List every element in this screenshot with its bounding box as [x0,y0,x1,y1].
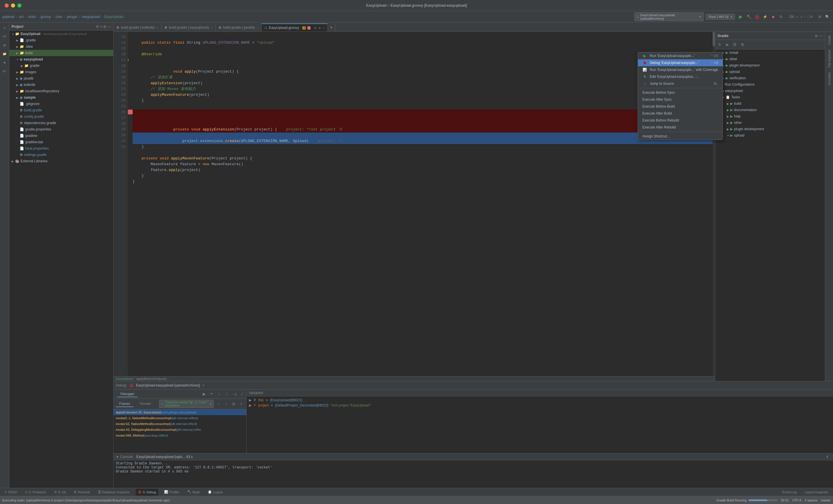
frame-item-3[interactable]: invoke:43, DelegatingMethodAccessorImpl … [114,427,246,433]
tab-nav-down[interactable]: ∨ [318,26,321,30]
tree-easyupload-module[interactable]: ▾ ◉ easyupload [9,56,113,63]
frame-item-0[interactable]: applyExtension:25, EasyUpload (com.pengx… [114,409,246,415]
gradle-other-folder-2[interactable]: ▶ ▶ other [715,119,825,126]
sync-button[interactable]: ↻ [778,13,785,20]
context-exec-after-build[interactable]: Execute After Build [638,110,723,117]
gradle-easyupload-module[interactable]: ▾ ◉ easyupload [715,88,825,94]
project-close-icon[interactable]: — [108,25,111,29]
breadcrumb-easyupload[interactable]: easyupload [82,15,100,19]
context-edit-item[interactable]: ✎ Edit 'EasyUpload:easyuploa...'... [638,73,723,80]
tab-easyupload-groovy[interactable]: G EasyUpload.groovy 3 1 ∧ ∨ × [262,23,328,31]
debug-evaluate-btn[interactable]: 𝑓 [238,390,245,398]
breadcrumb-pengxr[interactable]: pengxr [67,15,77,19]
debug-tab-console2[interactable] [140,391,147,397]
settings-button[interactable]: ⚙ [816,13,823,20]
tree-external-libraries[interactable]: ▶ 📚 External Libraries [9,158,113,164]
minimize-button[interactable] [11,3,15,7]
code-editor[interactable]: 13 14 15 16 17 18 19 20 21 22 23 24 25 2… [114,32,715,376]
gradle-install-item[interactable]: ▶ ▶ install [715,49,825,56]
breadcrumb-groovy[interactable]: groovy [41,15,51,19]
stop-button[interactable]: ■ [770,13,777,20]
bottom-tab-debug[interactable]: 🐞 5: Debug [136,489,158,496]
build-variants-icon[interactable]: BV [1,67,9,75]
close-button[interactable] [5,3,9,7]
git-arrow-down[interactable]: ↓ [807,15,809,19]
context-exec-before-rebuild[interactable]: Execute Before Rebuild [638,117,723,124]
gradle-plugin-dev-item-1[interactable]: ▶ ▶ plugin development [715,62,825,69]
tree-gitignore[interactable]: 📄 .gitignore [9,101,113,107]
bottom-tab-db-inspector[interactable]: 🗄 Database Inspector [96,489,132,496]
context-exec-before-sync[interactable]: Execute Before Sync [638,89,723,96]
var-this[interactable]: ▶ P this = {EasyUpload@8021} [246,398,833,403]
tree-gradle-folder[interactable]: ▶ 📄 .gradle [9,37,113,43]
debug-add-btn[interactable]: + [239,401,244,407]
project-expand-icon[interactable]: ⊞ [103,25,106,29]
tree-gradlew-bat[interactable]: 📄 gradlew.bat [9,139,113,145]
debug-filter-btn[interactable]: ⊟ [231,401,236,407]
gradle-verification-item[interactable]: ▶ ▶ verification [715,75,825,81]
profile-button[interactable]: ⚡ [762,13,768,20]
debug-resume-btn[interactable]: ▶ [200,390,208,398]
search-button[interactable]: 🔍 [824,13,831,20]
var-project[interactable]: ▶ P project = {DefaultProject_Decorated@… [246,403,833,408]
scrollbar-thumb[interactable] [713,32,715,46]
tree-kotlinlib-module[interactable]: ▶ ◉ kotlinlib [9,81,113,88]
tree-gradlew[interactable]: 📄 gradlew [9,133,113,139]
gradle-upload-item-1[interactable]: ▶ ▶ upload [715,69,825,75]
bottom-tab-todo[interactable]: ≡ TODO [2,489,19,496]
tab-close-1[interactable]: × [211,26,212,29]
gradle-link-icon[interactable]: ⛓ [731,41,738,48]
context-exec-before-build[interactable]: Execute Before Build [638,103,723,110]
status-indent[interactable]: 4 spaces [805,499,817,502]
favorites-icon[interactable]: ★ [1,58,9,67]
maximize-button[interactable] [17,3,21,7]
tab-dropdown[interactable]: ▾ [328,23,335,31]
frame-item-1[interactable]: invoke0:-1, NativeMethodAccessorImpl (jd… [114,415,246,421]
bottom-tab-git[interactable]: ⑨ 9: Git [52,489,68,496]
build-button[interactable]: 🔨 [745,13,752,20]
gradle-run-configs-item[interactable]: ▶ ▶ Run Configurations [715,81,825,88]
gradle-tasks-folder[interactable]: ▾ 📋 Tasks [715,94,825,100]
debug-tab-debugger[interactable]: Debugger [117,391,138,397]
gradle-build-folder[interactable]: ▶ ▶ build [715,100,825,107]
gradle-other-item-1[interactable]: ▶ ▶ other [715,56,825,62]
git-history[interactable]: ⟳ [810,15,813,19]
status-position[interactable]: 30:31 [781,499,789,502]
right-tab-emulator[interactable]: Emulator [826,70,832,87]
resource-manager-icon[interactable]: ⊞ [1,41,9,49]
gradle-help-folder[interactable]: ▶ ▶ help [715,113,825,119]
tree-local-maven[interactable]: ▶ 📁 localMavenRepository [9,88,113,94]
bottom-tab-profiler[interactable]: 📊 Profiler [162,489,182,496]
tab-close-3[interactable]: × [323,26,325,29]
right-tab-file-explorer[interactable]: File Explorer [826,47,832,70]
context-exec-after-sync[interactable]: Execute After Sync [638,96,723,103]
tab-javalib-gradle[interactable]: ⚙ build.gradle (:javalib) × [216,23,262,31]
context-exec-after-rebuild[interactable]: Execute After Rebuild [638,124,723,131]
tree-idea-folder[interactable]: ▶ 📁 .idea [9,43,113,50]
context-jump-item[interactable]: ↓ Jump to Source ⌘↓ [638,80,723,87]
breadcrumb-file[interactable]: EasyUpload [104,15,123,19]
frame-item-4[interactable]: invoke:566, Method (java.lang.reflect) [114,433,246,438]
bottom-tab-terminal[interactable]: ⊞ Terminal [71,489,92,496]
right-tab-gradle[interactable]: Gradle [826,33,832,47]
debug-button[interactable]: 🐞 [754,13,760,20]
gradle-minimize-icon[interactable]: — [819,34,823,38]
gradle-run-icon[interactable]: ▶ [724,41,731,48]
context-assign-shortcut[interactable]: Assign Shortcut... [638,133,723,140]
tab-kotlinlib-gradle[interactable]: ⚙ build.gradle (:kotlinlib) × [114,23,162,31]
debug-close[interactable]: × [202,383,204,387]
tree-gradle-properties[interactable]: 📄 gradle.properties [9,126,113,133]
gradle-refresh-icon[interactable]: ↻ [716,41,723,48]
debug-run-to-cursor-btn[interactable]: →| [231,390,238,398]
thread-selector[interactable]: ✓ "Daemon worker"@...p "main": RUNNING ▾ [159,400,214,408]
debug-step-into-btn[interactable]: ↓ [216,390,222,398]
breadcrumb-project[interactable]: yupload [2,15,15,19]
tab-easyupload-gradle[interactable]: ⚙ build.gradle (:easyupload) × [162,23,216,31]
debug-threads-tab[interactable]: Threads [136,401,154,407]
tree-gradle-sub[interactable]: ▶ 📁 gradle [9,63,113,69]
gradle-expand-icon[interactable]: ⊞ [739,41,746,48]
breadcrumb-com[interactable]: com [55,15,62,19]
debug-step-over-btn[interactable]: ↷ [208,390,215,398]
bottom-tab-problems[interactable]: ⚠ 6: Problems [23,489,48,496]
console-expand-icon[interactable]: ▼ [116,455,119,459]
